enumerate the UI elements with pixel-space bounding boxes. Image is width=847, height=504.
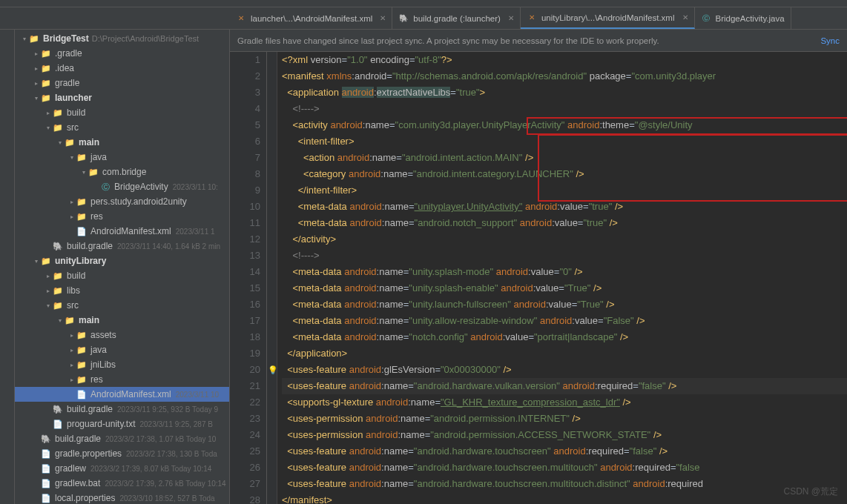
- tab-3[interactable]: ⒸBridgeActivity.java: [695, 7, 791, 29]
- editor-tabs: ✕launcher\...\AndroidManifest.xml✕ 🐘buil…: [0, 7, 847, 30]
- tree-row[interactable]: ▾📁java: [15, 150, 229, 165]
- tree-row[interactable]: ▸📁jniLibs: [15, 357, 229, 372]
- xml-icon: ✕: [527, 13, 537, 23]
- tree-row[interactable]: ▸📁libs: [15, 283, 229, 298]
- code-content[interactable]: <?xml version="1.0" encoding="utf-8"?><m…: [277, 52, 847, 504]
- tree-row[interactable]: 📄gradle.properties2023/3/2 17:38, 130 B …: [15, 446, 229, 461]
- tree-row[interactable]: 🐘build.gradle2023/3/11 9:25, 932 B Today…: [15, 402, 229, 417]
- folder-blue-icon: 📁: [64, 136, 76, 148]
- tree-row[interactable]: 📄gradlew2023/3/2 17:39, 8.07 kB Today 10…: [15, 461, 229, 476]
- folder-blue-icon: 📁: [52, 285, 64, 296]
- folder-orange-icon: 📁: [28, 33, 40, 44]
- tree-row[interactable]: ▾📁unityLibrary: [15, 253, 229, 268]
- file-icon: 📄: [40, 448, 52, 460]
- tree-row[interactable]: 📄proguard-unity.txt2023/3/11 9:25, 287 B: [15, 417, 229, 431]
- xml-icon: ✕: [236, 13, 246, 24]
- file-xml-icon: 📄: [76, 225, 88, 237]
- gradle-icon: 🐘: [398, 13, 409, 24]
- folder-icon: 📁: [76, 196, 88, 208]
- folder-blue-icon: 📁: [76, 374, 88, 385]
- folder-blue-icon: 📁: [76, 344, 88, 356]
- folder-blue-icon: 📁: [40, 92, 52, 104]
- line-gutter: 1234567891011121314151617181920212223242…: [230, 52, 267, 504]
- tree-row[interactable]: ▾📁BridgeTestD:\Project\Android\BridgeTes…: [15, 31, 229, 46]
- file-icon: 📄: [40, 462, 52, 474]
- tree-row[interactable]: 📄AndroidManifest.xml2023/3/11 10: [15, 387, 229, 402]
- java-icon: Ⓒ: [701, 13, 711, 24]
- tree-row[interactable]: ⒸBridgeActivity2023/3/11 10:: [15, 179, 229, 194]
- folder-blue-icon: 📁: [76, 359, 88, 371]
- tool-strip: [0, 30, 15, 504]
- close-icon[interactable]: ✕: [682, 13, 688, 21]
- tree-row[interactable]: ▾📁src: [15, 298, 229, 313]
- close-icon[interactable]: ✕: [380, 14, 386, 22]
- project-panel: ▾📁BridgeTestD:\Project\Android\BridgeTes…: [15, 30, 230, 504]
- file-icon: 📄: [40, 477, 52, 489]
- folder-blue-icon: 📁: [52, 299, 64, 311]
- file-green-icon: 🐘: [52, 403, 64, 415]
- tree-row[interactable]: ▸📁build: [15, 105, 229, 120]
- folder-blue-icon: 📁: [52, 122, 64, 133]
- folder-icon: 📁: [40, 77, 52, 89]
- folder-blue-icon: 📁: [76, 210, 88, 222]
- folder-blue-icon: 📁: [76, 329, 88, 341]
- tree-row[interactable]: ▸📁java: [15, 342, 229, 357]
- file-green-icon: 🐘: [40, 433, 52, 445]
- folder-orange-icon: 📁: [52, 270, 64, 282]
- tree-row[interactable]: ▸📁pers.study.android2unity: [15, 194, 229, 209]
- file-icon: 📄: [40, 492, 52, 504]
- lightbulb-icon[interactable]: 💡: [268, 362, 278, 378]
- watermark: CSDN @荒定: [783, 485, 838, 498]
- tab-1[interactable]: 🐘build.gradle (:launcher)✕: [392, 7, 521, 29]
- folder-blue-icon: 📁: [64, 314, 76, 326]
- tree-row[interactable]: ▾📁main: [15, 135, 229, 150]
- tree-row[interactable]: ▸📁.gradle: [15, 46, 229, 61]
- tree-row[interactable]: ▾📁launcher: [15, 90, 229, 105]
- tree-row[interactable]: 📄AndroidManifest.xml2023/3/11 1: [15, 224, 229, 239]
- tree-row[interactable]: ▸📁res: [15, 372, 229, 387]
- folder-icon: 📁: [40, 62, 52, 74]
- folder-blue-icon: 📁: [76, 151, 88, 163]
- tree-row[interactable]: 🐘build.gradle2023/3/11 14:40, 1.64 kB 2 …: [15, 239, 229, 253]
- file-cyan-icon: Ⓒ: [99, 181, 111, 193]
- project-tree[interactable]: ▾📁BridgeTestD:\Project\Android\BridgeTes…: [15, 30, 229, 504]
- tab-0[interactable]: ✕launcher\...\AndroidManifest.xml✕: [230, 7, 392, 29]
- tab-2[interactable]: ✕unityLibrary\...\AndroidManifest.xml✕: [521, 7, 695, 29]
- tree-row[interactable]: 📄gradlew.bat2023/3/2 17:39, 2.76 kB Toda…: [15, 476, 229, 491]
- tree-row[interactable]: ▾📁com.bridge: [15, 165, 229, 179]
- tree-row[interactable]: ▸📁res: [15, 209, 229, 224]
- folder-icon: 📁: [88, 166, 99, 178]
- code-editor[interactable]: 1234567891011121314151617181920212223242…: [230, 52, 847, 504]
- tree-row[interactable]: ▸📁assets: [15, 328, 229, 342]
- close-icon[interactable]: ✕: [508, 14, 514, 22]
- tree-row[interactable]: ▾📁main: [15, 313, 229, 328]
- file-green-icon: 🐘: [52, 240, 64, 252]
- folder-orange-icon: 📁: [52, 107, 64, 119]
- sync-notice: Gradle files have changed since last pro…: [230, 30, 847, 52]
- file-icon: 📄: [52, 418, 64, 430]
- tree-row[interactable]: 🐘build.gradle2023/3/2 17:38, 1.07 kB Tod…: [15, 431, 229, 446]
- folder-orange-icon: 📁: [40, 47, 52, 59]
- file-xml-icon: 📄: [76, 388, 88, 400]
- sync-link[interactable]: Sync: [820, 36, 840, 45]
- tree-row[interactable]: ▾📁src: [15, 120, 229, 135]
- folder-blue-icon: 📁: [40, 255, 52, 267]
- tree-row[interactable]: ▸📁.idea: [15, 61, 229, 76]
- tree-row[interactable]: 📄local.properties2023/3/10 18:52, 527 B …: [15, 491, 229, 504]
- tree-row[interactable]: ▸📁gradle: [15, 76, 229, 90]
- tree-row[interactable]: ▸📁build: [15, 268, 229, 283]
